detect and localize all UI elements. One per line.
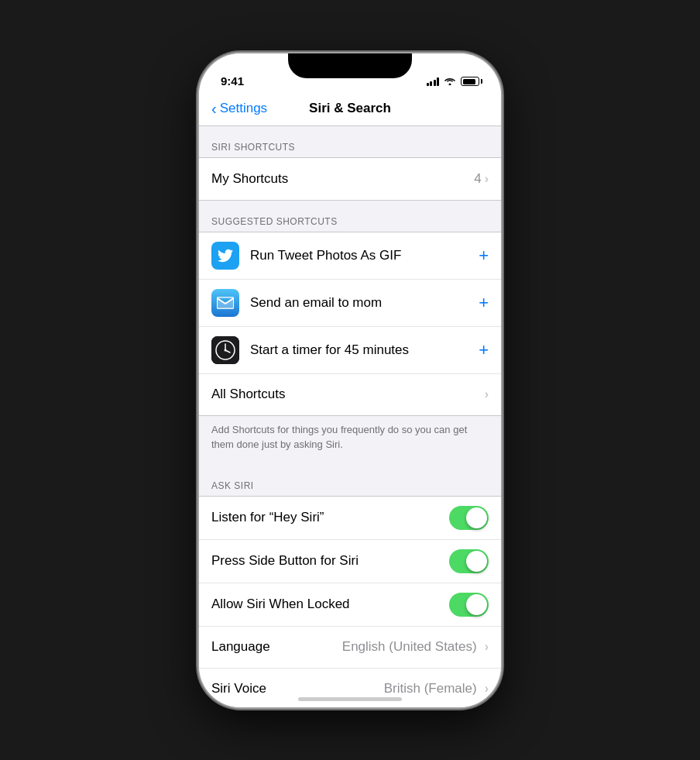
add-email-shortcut-button[interactable]: +: [479, 294, 489, 311]
back-chevron-icon: ‹: [211, 100, 217, 118]
siri-voice-row[interactable]: Siri Voice British (Female) ›: [199, 668, 501, 707]
my-shortcuts-group: My Shortcuts 4 ›: [199, 157, 501, 201]
add-timer-shortcut-button[interactable]: +: [479, 342, 489, 359]
siri-when-locked-label: Allow Siri When Locked: [211, 597, 350, 612]
shortcuts-count: 4: [474, 171, 481, 187]
wifi-icon: [444, 76, 456, 88]
settings-content: SIRI SHORTCUTS My Shortcuts 4 › SUGGESTE…: [199, 126, 501, 707]
twitter-app-icon: [211, 242, 239, 270]
siri-voice-value: British (Female): [384, 681, 477, 696]
hey-siri-toggle[interactable]: [449, 506, 489, 530]
page-title: Siri & Search: [309, 101, 391, 116]
svg-point-7: [225, 349, 227, 351]
all-shortcuts-row[interactable]: All Shortcuts ›: [199, 373, 501, 415]
side-button-siri-toggle[interactable]: [449, 549, 489, 573]
language-row[interactable]: Language English (United States) ›: [199, 626, 501, 668]
footer-note: Add Shortcuts for things you frequently …: [199, 416, 501, 465]
add-tweet-shortcut-button[interactable]: +: [479, 247, 489, 264]
back-label: Settings: [220, 101, 267, 116]
mail-app-icon: [211, 289, 239, 317]
battery-icon: [461, 77, 479, 86]
siri-when-locked-toggle[interactable]: [449, 593, 489, 617]
clock-app-icon: [211, 336, 239, 364]
siri-when-locked-row[interactable]: Allow Siri When Locked: [199, 583, 501, 626]
timer-label: Start a timer for 45 minutes: [250, 342, 409, 358]
hey-siri-row[interactable]: Listen for “Hey Siri”: [199, 497, 501, 539]
navigation-bar: ‹ Settings Siri & Search: [199, 92, 501, 126]
language-chevron-icon: ›: [485, 640, 489, 654]
all-shortcuts-label: All Shortcuts: [211, 387, 285, 402]
suggested-shortcut-2: Send an email to mom +: [199, 279, 501, 326]
email-mom-label: Send an email to mom: [250, 295, 382, 311]
suggested-shortcuts-header: SUGGESTED SHORTCUTS: [199, 201, 501, 232]
siri-voice-chevron-icon: ›: [485, 682, 489, 696]
suggested-shortcut-3: Start a timer for 45 minutes +: [199, 326, 501, 373]
signal-icon: [427, 77, 440, 86]
back-button[interactable]: ‹ Settings: [211, 100, 267, 118]
my-shortcuts-label: My Shortcuts: [211, 171, 288, 187]
notch: [288, 53, 412, 78]
ask-siri-group: Listen for “Hey Siri” Press Side Button …: [199, 496, 501, 707]
ask-siri-header: ASK SIRI: [199, 465, 501, 496]
hey-siri-label: Listen for “Hey Siri”: [211, 510, 324, 525]
my-shortcuts-row[interactable]: My Shortcuts 4 ›: [199, 158, 501, 200]
side-button-siri-row[interactable]: Press Side Button for Siri: [199, 539, 501, 583]
siri-voice-label: Siri Voice: [211, 681, 266, 696]
siri-shortcuts-header: SIRI SHORTCUTS: [199, 126, 501, 157]
tweet-photos-label: Run Tweet Photos As GIF: [250, 248, 401, 263]
suggested-shortcut-1: Run Tweet Photos As GIF +: [199, 232, 501, 279]
language-label: Language: [211, 639, 270, 655]
chevron-icon: ›: [485, 172, 489, 186]
suggested-shortcuts-group: Run Tweet Photos As GIF +: [199, 232, 501, 416]
home-indicator[interactable]: [298, 697, 402, 701]
phone-frame: 9:41 ‹ Settings: [199, 53, 501, 707]
status-time: 9:41: [221, 74, 244, 88]
all-shortcuts-chevron-icon: ›: [485, 387, 489, 401]
side-button-siri-label: Press Side Button for Siri: [211, 553, 359, 569]
status-icons: [427, 76, 480, 88]
language-value: English (United States): [342, 639, 477, 655]
